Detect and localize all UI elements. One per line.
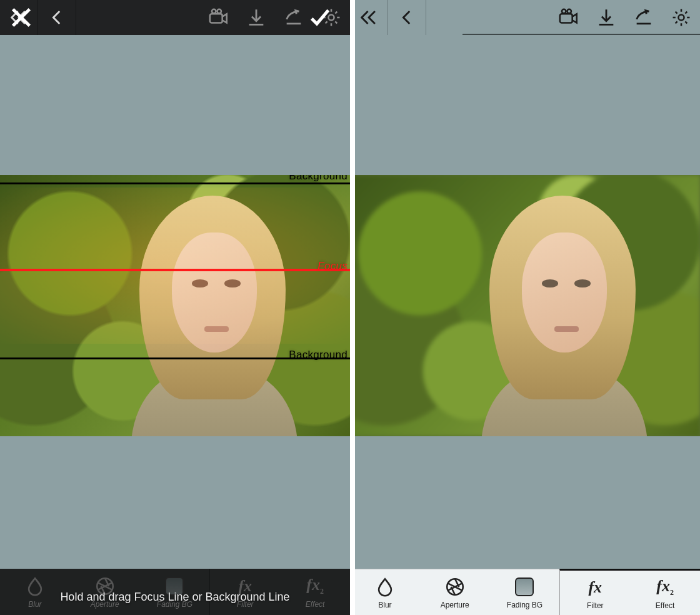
tool-blur[interactable]: Blur [0, 569, 70, 615]
drop-icon [24, 575, 46, 598]
download-icon[interactable] [594, 5, 619, 30]
tool-filter[interactable]: fx Filter [209, 569, 280, 615]
editor-pane-left: Background Focus Background Blur Apertur… [0, 0, 350, 615]
fadingbg-icon [163, 575, 186, 598]
fx2-icon: fx2 [654, 576, 676, 599]
tool-effect[interactable]: fx2 Effect [280, 569, 350, 615]
photo-canvas[interactable]: Background Focus Background [0, 175, 350, 436]
photo-subject [119, 196, 322, 436]
fadingbg-icon [513, 576, 536, 598]
aperture-icon [444, 576, 466, 598]
svg-point-8 [678, 14, 684, 20]
tool-fadingbg[interactable]: Fading BG [140, 569, 210, 615]
tool-label: Fading BG [157, 600, 192, 609]
editor-pane-right: Blur Aperture Fading BG fx Filter fx2 Ef… [350, 0, 700, 615]
tool-label: Filter [587, 601, 604, 610]
camera-icon[interactable] [206, 5, 231, 30]
tool-filter[interactable]: fx Filter [559, 569, 630, 615]
pane-divider [350, 0, 355, 615]
tool-fadingbg[interactable]: Fading BG [490, 569, 560, 615]
tool-aperture[interactable]: Aperture [420, 569, 490, 615]
top-toolbar [0, 0, 350, 35]
share-icon[interactable] [281, 5, 306, 30]
toolbar-underline [462, 34, 700, 35]
confirm-button[interactable] [305, 5, 335, 30]
toolbar-separator [426, 0, 426, 35]
drop-icon [374, 576, 396, 598]
bottom-toolbar: Blur Aperture Fading BG fx Filter fx2 Ef… [350, 569, 700, 615]
photo-canvas[interactable] [350, 175, 700, 436]
tool-label: Blur [28, 600, 41, 609]
aperture-icon [94, 575, 116, 598]
share-icon[interactable] [631, 5, 656, 30]
svg-point-2 [217, 9, 221, 14]
tool-effect[interactable]: fx2 Effect [630, 569, 700, 615]
tool-label: Fading BG [507, 601, 542, 609]
svg-point-6 [562, 9, 566, 14]
svg-point-1 [212, 9, 216, 14]
tool-label: Blur [378, 601, 391, 609]
tool-label: Aperture [441, 601, 469, 609]
fx-icon: fx [234, 575, 256, 598]
settings-icon[interactable] [669, 5, 694, 30]
svg-rect-5 [560, 14, 572, 22]
download-icon[interactable] [244, 5, 269, 30]
tool-label: Effect [656, 601, 674, 610]
top-toolbar [350, 0, 700, 35]
tool-label: Filter [237, 600, 254, 609]
tool-label: Aperture [91, 600, 119, 609]
cancel-button[interactable] [6, 5, 36, 30]
camera-icon[interactable] [556, 5, 581, 30]
svg-rect-0 [210, 14, 222, 22]
tool-blur[interactable]: Blur [350, 569, 420, 615]
photo-subject [469, 196, 672, 436]
rewind-button[interactable] [350, 0, 388, 35]
fx-icon: fx [584, 576, 606, 599]
fx2-icon: fx2 [304, 575, 326, 598]
bottom-toolbar: Blur Aperture Fading BG fx Filter fx2 Ef… [0, 569, 350, 615]
back-button[interactable] [38, 0, 76, 35]
svg-point-7 [567, 9, 571, 14]
toolbar-separator [76, 0, 76, 35]
tool-aperture[interactable]: Aperture [70, 569, 140, 615]
tool-label: Effect [306, 600, 325, 609]
back-button[interactable] [388, 0, 426, 35]
